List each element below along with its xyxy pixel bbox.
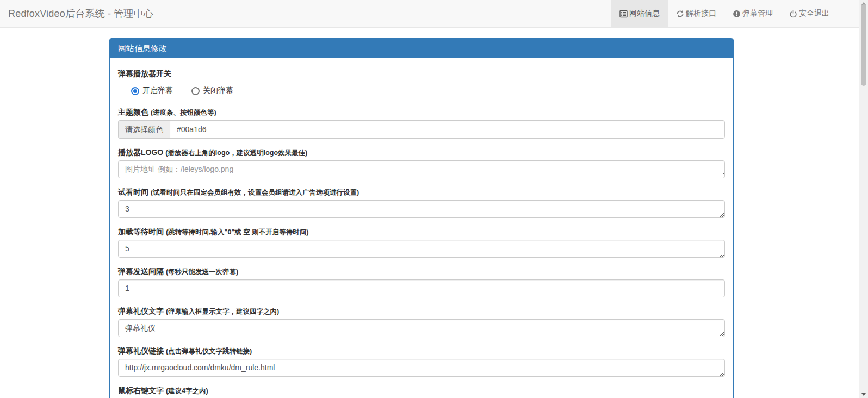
vertical-scrollbar[interactable] [859,0,868,398]
form-group-danmaku-switch: 弹幕播放器开关 开启弹幕 关闭弹幕 [118,69,725,96]
load-wait-input[interactable]: 5 [118,240,725,258]
form-group-send-interval: 弹幕发送间隔 (每秒只能发送一次弹幕) 1 [118,267,725,297]
load-wait-label: 加载等待时间 (跳转等待时间,输入"0"或 空 则不开启等待时间) [118,227,725,237]
player-logo-hint: (播放器右上角的logo，建议透明logo效果最佳) [165,149,307,157]
send-interval-hint: (每秒只能发送一次弹幕) [166,268,238,276]
etiquette-link-label: 弹幕礼仪链接 (点击弹幕礼仪文字跳转链接) [118,346,725,356]
app-title: RedfoxVideo后台系统 - 管理中心 [0,7,153,20]
label-text: 试看时间 [118,188,148,196]
danmaku-switch-options: 开启弹幕 关闭弹幕 [118,86,725,96]
label-text: 播放器LOGO [118,148,163,157]
refresh-icon [676,10,684,18]
nav-item-site-info[interactable]: 网站信息 [611,0,668,27]
form-group-player-logo: 播放器LOGO (播放器右上角的logo，建议透明logo效果最佳) [118,148,725,178]
danmaku-switch-label: 弹幕播放器开关 [118,69,725,78]
nav-menu: 网站信息 解析接口 弹幕管理 安全退出 [611,0,838,27]
player-logo-label: 播放器LOGO (播放器右上角的logo，建议透明logo效果最佳) [118,148,725,158]
radio-unselected-icon[interactable] [191,87,200,95]
theme-color-label: 主题颜色 (进度条、按钮颜色等) [118,108,725,117]
nav-item-label: 安全退出 [799,9,829,18]
label-text: 主题颜色 [118,108,148,116]
panel-title: 网站信息修改 [110,39,733,58]
radio-danmaku-off[interactable]: 关闭弹幕 [191,86,233,96]
nav-item-label: 网站信息 [629,9,660,18]
etiquette-text-input[interactable]: 弹幕礼仪 [118,319,725,337]
nav-item-parse-api[interactable]: 解析接口 [668,0,724,27]
radio-danmaku-on[interactable]: 开启弹幕 [131,86,173,96]
label-text: 鼠标右键文字 [118,386,164,395]
panel-body: 弹幕播放器开关 开启弹幕 关闭弹幕 主题颜色 (进度条、按钮颜色等) 请选择颜色 [110,58,733,398]
color-picker-addon[interactable]: 请选择颜色 [118,120,170,139]
radio-selected-icon[interactable] [131,87,139,95]
exclamation-circle-icon [733,10,741,18]
trial-time-label: 试看时间 (试看时间只在固定会员组有效，设置会员组请进入广告选项进行设置) [118,188,725,197]
theme-color-hint: (进度条、按钮颜色等) [151,109,216,116]
radio-label: 关闭弹幕 [203,86,233,96]
label-text: 弹幕发送间隔 [118,267,164,276]
nav-item-label: 解析接口 [686,9,716,18]
site-info-panel: 网站信息修改 弹幕播放器开关 开启弹幕 关闭弹幕 主题颜色 (进度条、按钮颜色等… [109,38,734,398]
form-group-theme-color: 主题颜色 (进度条、按钮颜色等) 请选择颜色 [118,108,725,139]
form-group-load-wait: 加载等待时间 (跳转等待时间,输入"0"或 空 则不开启等待时间) 5 [118,227,725,258]
etiquette-link-input[interactable]: http://jx.mrgaocloud.com/dmku/dm_rule.ht… [118,359,725,377]
nav-item-label: 弹幕管理 [742,9,773,18]
scroll-down-arrow-icon[interactable] [861,393,866,396]
label-text: 加载等待时间 [118,227,164,236]
send-interval-input[interactable]: 1 [118,279,725,297]
load-wait-hint: (跳转等待时间,输入"0"或 空 则不开启等待时间) [166,228,309,236]
top-navbar: RedfoxVideo后台系统 - 管理中心 网站信息 解析接口 弹幕管理 安全… [0,0,859,28]
form-group-trial-time: 试看时间 (试看时间只在固定会员组有效，设置会员组请进入广告选项进行设置) 3 [118,188,725,218]
trial-time-input[interactable]: 3 [118,200,725,218]
scrollbar-thumb[interactable] [861,4,866,86]
nav-item-danmaku-manage[interactable]: 弹幕管理 [724,0,781,27]
player-logo-input[interactable] [118,160,725,178]
form-group-right-click-text: 鼠标右键文字 (建议4字之内) [118,386,725,396]
main-content: 网站信息修改 弹幕播放器开关 开启弹幕 关闭弹幕 主题颜色 (进度条、按钮颜色等… [0,38,868,398]
radio-label: 开启弹幕 [142,86,173,96]
right-click-text-label: 鼠标右键文字 (建议4字之内) [118,386,725,396]
etiquette-text-label: 弹幕礼仪文字 (弹幕输入框显示文字，建议四字之内) [118,307,725,316]
label-text: 弹幕礼仪文字 [118,307,164,315]
theme-color-input-group: 请选择颜色 [118,120,725,139]
etiquette-link-hint: (点击弹幕礼仪文字跳转链接) [166,347,252,355]
theme-color-input[interactable] [170,120,725,139]
label-text: 弹幕礼仪链接 [118,346,164,355]
form-group-etiquette-link: 弹幕礼仪链接 (点击弹幕礼仪文字跳转链接) http://jx.mrgaoclo… [118,346,725,377]
right-click-text-hint: (建议4字之内) [166,387,208,395]
list-alt-icon [619,10,628,18]
etiquette-text-hint: (弹幕输入框显示文字，建议四字之内) [166,308,279,315]
form-group-etiquette-text: 弹幕礼仪文字 (弹幕输入框显示文字，建议四字之内) 弹幕礼仪 [118,307,725,337]
power-icon [789,10,797,18]
send-interval-label: 弹幕发送间隔 (每秒只能发送一次弹幕) [118,267,725,277]
nav-item-logout[interactable]: 安全退出 [781,0,838,27]
trial-time-hint: (试看时间只在固定会员组有效，设置会员组请进入广告选项进行设置) [151,189,359,196]
